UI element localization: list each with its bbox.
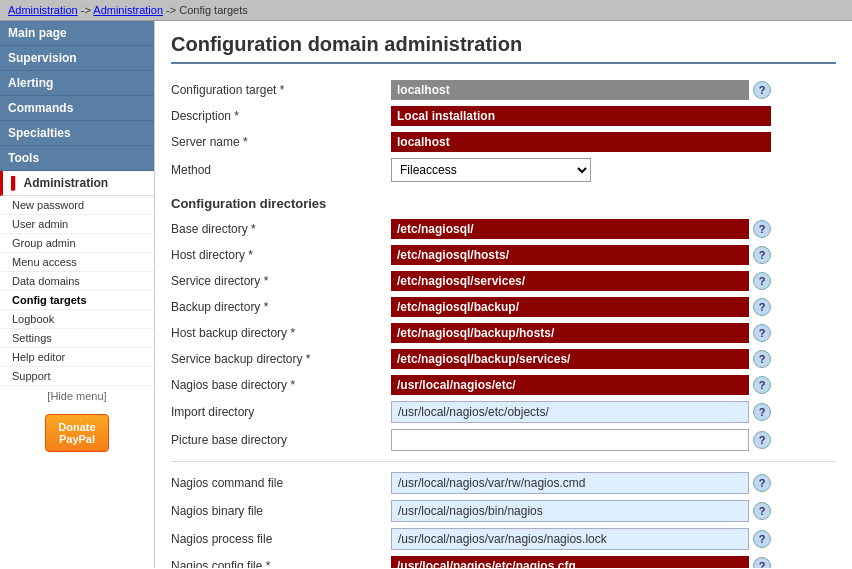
backup-dir-label: Backup directory * bbox=[171, 300, 391, 314]
sidebar-item-main-page[interactable]: Main page bbox=[0, 21, 154, 46]
nagios-binary-label: Nagios binary file bbox=[171, 504, 391, 518]
service-dir-input[interactable] bbox=[391, 271, 749, 291]
divider-1 bbox=[171, 461, 836, 462]
import-dir-label: Import directory bbox=[171, 405, 391, 419]
sidebar-item-alerting[interactable]: Alerting bbox=[0, 71, 154, 96]
sidebar-item-support[interactable]: Support bbox=[0, 367, 154, 386]
picture-base-dir-help-icon[interactable]: ? bbox=[753, 431, 771, 449]
config-target-help-icon[interactable]: ? bbox=[753, 81, 771, 99]
method-select[interactable]: Fileaccess SSH bbox=[391, 158, 591, 182]
sidebar-item-new-password[interactable]: New password bbox=[0, 196, 154, 215]
method-value: Fileaccess SSH bbox=[391, 158, 771, 182]
config-target-row: Configuration target * ? bbox=[171, 80, 836, 100]
config-dir-section-header: Configuration directories bbox=[171, 196, 836, 211]
config-target-label: Configuration target * bbox=[171, 83, 391, 97]
backup-dir-help-icon[interactable]: ? bbox=[753, 298, 771, 316]
service-backup-dir-label: Service backup directory * bbox=[171, 352, 391, 366]
server-name-row: Server name * bbox=[171, 132, 836, 152]
sidebar-item-group-admin[interactable]: Group admin bbox=[0, 234, 154, 253]
sidebar-item-settings[interactable]: Settings bbox=[0, 329, 154, 348]
picture-base-dir-row: Picture base directory ? bbox=[171, 429, 836, 451]
base-dir-value: ? bbox=[391, 219, 771, 239]
host-dir-help-icon[interactable]: ? bbox=[753, 246, 771, 264]
server-name-label: Server name * bbox=[171, 135, 391, 149]
nagios-process-help-icon[interactable]: ? bbox=[753, 530, 771, 548]
sidebar-item-tools[interactable]: Tools bbox=[0, 146, 154, 171]
backup-dir-input[interactable] bbox=[391, 297, 749, 317]
nagios-base-dir-label: Nagios base directory * bbox=[171, 378, 391, 392]
nagios-cmd-input[interactable] bbox=[391, 472, 749, 494]
breadcrumb-link-1[interactable]: Administration bbox=[8, 4, 78, 16]
host-backup-dir-input[interactable] bbox=[391, 323, 749, 343]
hide-menu-link[interactable]: [Hide menu] bbox=[0, 386, 154, 406]
nagios-config-input[interactable] bbox=[391, 556, 749, 568]
nagios-base-dir-help-icon[interactable]: ? bbox=[753, 376, 771, 394]
donate-button[interactable]: DonatePayPal bbox=[45, 414, 108, 452]
sidebar-item-supervision[interactable]: Supervision bbox=[0, 46, 154, 71]
method-label: Method bbox=[171, 163, 391, 177]
host-dir-value: ? bbox=[391, 245, 771, 265]
sidebar-item-specialties[interactable]: Specialties bbox=[0, 121, 154, 146]
nagios-binary-row: Nagios binary file ? bbox=[171, 500, 836, 522]
donate-area: DonatePayPal bbox=[0, 406, 154, 460]
config-target-input[interactable] bbox=[391, 80, 749, 100]
nagios-binary-input[interactable] bbox=[391, 500, 749, 522]
breadcrumb-current: Config targets bbox=[179, 4, 247, 16]
page-title: Configuration domain administration bbox=[171, 33, 836, 64]
nagios-config-label: Nagios config file * bbox=[171, 559, 391, 568]
server-name-input[interactable] bbox=[391, 132, 771, 152]
sidebar-main-nav: Main page Supervision Alerting Commands … bbox=[0, 21, 154, 171]
host-backup-dir-label: Host backup directory * bbox=[171, 326, 391, 340]
import-dir-input[interactable] bbox=[391, 401, 749, 423]
import-dir-value: ? bbox=[391, 401, 771, 423]
sidebar-admin-header[interactable]: ▌ Administration bbox=[0, 171, 154, 196]
host-backup-dir-help-icon[interactable]: ? bbox=[753, 324, 771, 342]
nagios-config-row: Nagios config file * ? bbox=[171, 556, 836, 568]
nagios-process-row: Nagios process file ? bbox=[171, 528, 836, 550]
base-dir-row: Base directory * ? bbox=[171, 219, 836, 239]
sidebar-item-commands[interactable]: Commands bbox=[0, 96, 154, 121]
sidebar-admin-label: Administration bbox=[24, 176, 109, 190]
nagios-cmd-row: Nagios command file ? bbox=[171, 472, 836, 494]
base-dir-help-icon[interactable]: ? bbox=[753, 220, 771, 238]
nagios-config-value: ? bbox=[391, 556, 771, 568]
description-row: Description * bbox=[171, 106, 836, 126]
import-dir-row: Import directory ? bbox=[171, 401, 836, 423]
sidebar-item-logbook[interactable]: Logbook bbox=[0, 310, 154, 329]
picture-base-dir-input[interactable] bbox=[391, 429, 749, 451]
nagios-process-input[interactable] bbox=[391, 528, 749, 550]
nagios-cmd-help-icon[interactable]: ? bbox=[753, 474, 771, 492]
breadcrumb: Administration -> Administration -> Conf… bbox=[0, 0, 852, 21]
base-dir-input[interactable] bbox=[391, 219, 749, 239]
host-dir-label: Host directory * bbox=[171, 248, 391, 262]
backup-dir-value: ? bbox=[391, 297, 771, 317]
import-dir-help-icon[interactable]: ? bbox=[753, 403, 771, 421]
sidebar-item-data-domains[interactable]: Data domains bbox=[0, 272, 154, 291]
description-value bbox=[391, 106, 771, 126]
service-dir-row: Service directory * ? bbox=[171, 271, 836, 291]
nagios-config-help-icon[interactable]: ? bbox=[753, 557, 771, 568]
service-backup-dir-input[interactable] bbox=[391, 349, 749, 369]
host-backup-dir-value: ? bbox=[391, 323, 771, 343]
sidebar-item-menu-access[interactable]: Menu access bbox=[0, 253, 154, 272]
method-row: Method Fileaccess SSH bbox=[171, 158, 836, 182]
nagios-base-dir-input[interactable] bbox=[391, 375, 749, 395]
service-dir-label: Service directory * bbox=[171, 274, 391, 288]
sidebar-item-help-editor[interactable]: Help editor bbox=[0, 348, 154, 367]
service-backup-dir-help-icon[interactable]: ? bbox=[753, 350, 771, 368]
picture-base-dir-value: ? bbox=[391, 429, 771, 451]
host-backup-dir-row: Host backup directory * ? bbox=[171, 323, 836, 343]
sidebar: Main page Supervision Alerting Commands … bbox=[0, 21, 155, 568]
sidebar-item-user-admin[interactable]: User admin bbox=[0, 215, 154, 234]
host-dir-input[interactable] bbox=[391, 245, 749, 265]
service-dir-help-icon[interactable]: ? bbox=[753, 272, 771, 290]
nagios-base-dir-row: Nagios base directory * ? bbox=[171, 375, 836, 395]
host-dir-row: Host directory * ? bbox=[171, 245, 836, 265]
nagios-base-dir-value: ? bbox=[391, 375, 771, 395]
sidebar-item-config-targets[interactable]: Config targets bbox=[0, 291, 154, 310]
backup-dir-row: Backup directory * ? bbox=[171, 297, 836, 317]
breadcrumb-link-2[interactable]: Administration bbox=[93, 4, 163, 16]
description-input[interactable] bbox=[391, 106, 771, 126]
nagios-binary-help-icon[interactable]: ? bbox=[753, 502, 771, 520]
config-target-value: ? bbox=[391, 80, 771, 100]
